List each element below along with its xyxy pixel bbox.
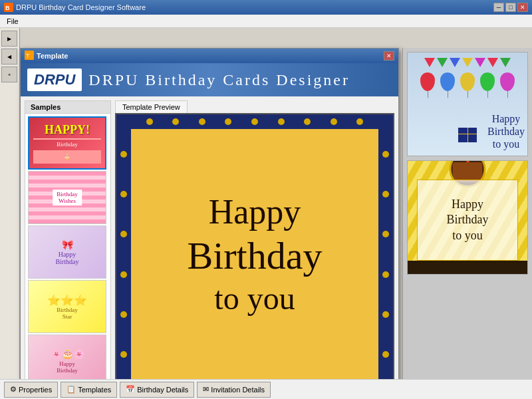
dialog-close-button[interactable]: ✕ [384, 51, 394, 61]
svg-text:T: T [26, 53, 30, 59]
preview-canvas: Happy Birthday to you [115, 113, 394, 396]
sample-item-3[interactable]: 🎀 Happy Birthday [28, 225, 106, 279]
right-panel: Happy Birthday to you [402, 48, 532, 399]
dialog-content: Samples HAPPY! Birthday 🎂 [21, 96, 398, 399]
right-card-1[interactable]: Happy Birthday to you [407, 52, 528, 156]
bottom-tab-birthday-details[interactable]: 📅 Birthday Details [120, 382, 194, 398]
dialog-icon: T [25, 51, 34, 61]
bottom-tab-invitation-details[interactable]: ✉ Invitation Details [197, 382, 271, 398]
right-card-2-img: Happy Birthday to you [408, 161, 527, 274]
samples-tab-label: Samples [25, 101, 110, 114]
menu-file[interactable]: File [3, 16, 23, 27]
preview-area: Template Preview [115, 100, 394, 396]
svg-text:B: B [5, 5, 10, 11]
drpu-header: DRPU DRPU Birthday Cards Designer [21, 63, 398, 96]
dialog-title-bar: T Template ✕ [21, 49, 398, 63]
bottom-tab-templates[interactable]: 📋 Templates [61, 382, 117, 398]
bottom-properties-icon: ⚙ [10, 385, 17, 394]
bottom-templates-icon: 📋 [66, 385, 76, 394]
bottom-toolbar: ⚙ Properties 📋 Templates 📅 Birthday Deta… [0, 379, 532, 399]
app-title: DRPU Birthday Card Designer Software [16, 3, 493, 11]
bottom-invitation-label: Invitation Details [211, 386, 265, 394]
minimize-btn[interactable]: ─ [493, 3, 504, 12]
bottom-templates-label: Templates [78, 386, 111, 394]
card-text-birthday: Birthday [188, 233, 323, 279]
bottom-birthday-label: Birthday Details [137, 386, 188, 394]
dialog-title: Template [37, 52, 384, 60]
card-text-container: Happy Birthday to you [116, 114, 393, 394]
left-tool-2[interactable]: ◀ [1, 49, 17, 65]
window-controls: ─ □ ✕ [493, 3, 528, 12]
main-container: ▶ ◀ + T Template ✕ DRPU DRPU Birthday Ca… [0, 28, 532, 399]
app-icon: B [4, 3, 13, 12]
left-tool-1[interactable]: ▶ [1, 31, 17, 47]
card-text-to-you: to you [214, 279, 295, 318]
drpu-logo: DRPU [27, 68, 82, 91]
sample-items-list: HAPPY! Birthday 🎂 BirthdayWishes [25, 114, 110, 390]
maximize-btn[interactable]: □ [505, 3, 516, 12]
left-tool-3[interactable]: + [1, 66, 17, 82]
close-btn[interactable]: ✕ [517, 3, 528, 12]
sample-item-4[interactable]: ⭐⭐⭐ BirthdayStar [28, 280, 106, 333]
bottom-tab-properties[interactable]: ⚙ Properties [4, 382, 58, 398]
card-text-happy: Happy [209, 192, 301, 233]
title-bar: B DRPU Birthday Card Designer Software ─… [0, 0, 532, 15]
drpu-header-title: DRPU Birthday Cards Designer [88, 71, 350, 89]
birthday-card: Happy Birthday to you [116, 114, 393, 394]
menu-bar: File [0, 15, 532, 28]
left-panel: ▶ ◀ + [0, 28, 20, 399]
bottom-invitation-icon: ✉ [203, 385, 209, 394]
samples-panel: Samples HAPPY! Birthday 🎂 [25, 100, 111, 396]
right-card-2[interactable]: Happy Birthday to you [407, 160, 528, 275]
right-card-1-img: Happy Birthday to you [408, 53, 527, 156]
bottom-properties-label: Properties [19, 386, 52, 394]
template-dialog: T Template ✕ DRPU DRPU Birthday Cards De… [20, 48, 399, 399]
sample-item-2[interactable]: BirthdayWishes [28, 171, 106, 224]
bottom-birthday-icon: 📅 [126, 385, 135, 394]
preview-label: Template Preview [115, 100, 188, 113]
sample-item-1[interactable]: HAPPY! Birthday 🎂 [28, 116, 106, 170]
